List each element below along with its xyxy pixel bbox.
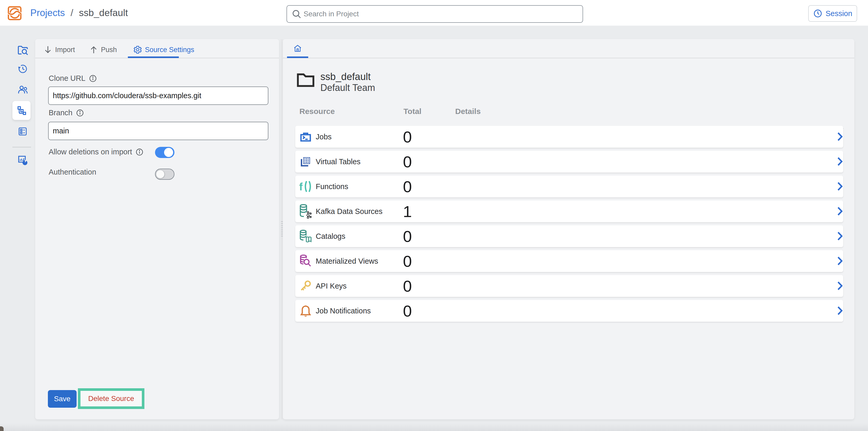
- svg-text:f: f: [299, 181, 303, 192]
